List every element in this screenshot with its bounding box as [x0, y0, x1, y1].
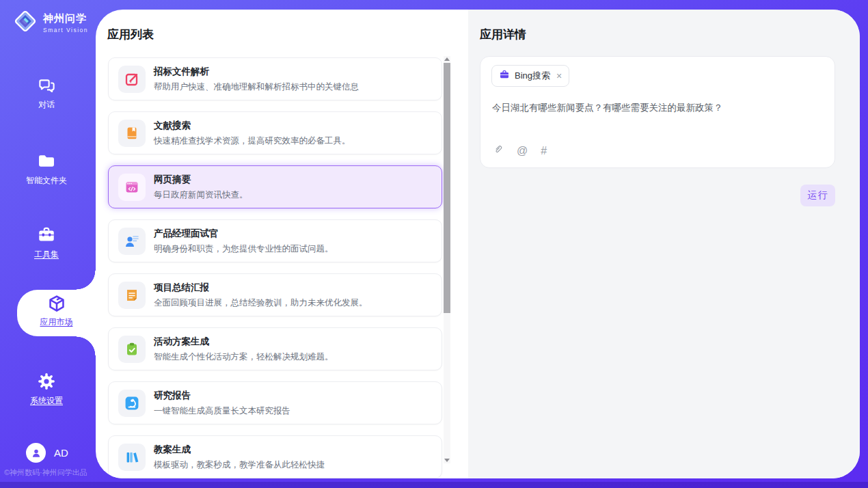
- brand-logo: 神州问学 Smart Vision: [12, 8, 88, 37]
- bottom-strip: [0, 482, 868, 488]
- app-title: 研究报告: [154, 390, 290, 402]
- scroll-down-arrow-icon[interactable]: [444, 459, 450, 462]
- sidebar-item-label: 智能文件夹: [0, 175, 93, 187]
- app-desc: 快速精准查找学术资源，提高研究效率的必备工具。: [154, 135, 351, 147]
- diamond-logo-icon: [12, 8, 38, 37]
- app-card-event-plan[interactable]: 活动方案生成 智能生成个性化活动方案，轻松解决规划难题。: [108, 327, 442, 370]
- main-panel: 应用列表 招标文件解析 帮助用户快速、准确地理解和解析招标书中的关键信息: [96, 10, 860, 478]
- toolbox-icon: [0, 226, 93, 245]
- microscope-icon: [118, 390, 146, 417]
- app-title: 活动方案生成: [154, 336, 334, 348]
- pen-square-icon: [118, 66, 146, 93]
- app-desc: 每日政府新闻资讯快查。: [154, 189, 248, 201]
- app-card-research-report[interactable]: 研究报告 一键智能生成高质量长文本研究报告: [108, 381, 442, 424]
- sidebar: 神州问学 Smart Vision 对话 智能文件夹: [0, 0, 96, 488]
- app-desc: 全面回顾项目进展，总结经验教训，助力未来优化发展。: [154, 297, 368, 309]
- hash-icon[interactable]: #: [541, 145, 547, 157]
- app-list: 招标文件解析 帮助用户快速、准确地理解和解析招标书中的关键信息 文献搜索 快速精…: [108, 57, 442, 478]
- tool-chip-bing-search[interactable]: Bing搜索 ×: [491, 65, 569, 87]
- app-detail-title: 应用详情: [480, 27, 526, 42]
- brand-name: 神州问学: [43, 12, 87, 24]
- run-button[interactable]: 运行: [800, 185, 835, 206]
- sidebar-item-smart-folder[interactable]: 智能文件夹: [0, 152, 93, 187]
- app-card-lesson-plan[interactable]: 教案生成 模板驱动，教案秒成，教学准备从此轻松快捷: [108, 435, 442, 478]
- app-desc: 一键智能生成高质量长文本研究报告: [154, 405, 290, 417]
- scrollbar-thumb[interactable]: [444, 63, 450, 313]
- app-card-web-summary[interactable]: 网页摘要 每日政府新闻资讯快查。: [108, 165, 442, 208]
- sidebar-item-chat[interactable]: 对话: [0, 77, 93, 111]
- briefcase-icon: [499, 69, 510, 83]
- book-icon: [118, 120, 146, 147]
- brand-subtitle: Smart Vision: [43, 27, 88, 33]
- books-icon: [118, 444, 146, 471]
- app-title: 文献搜索: [154, 120, 351, 132]
- user-avatar-icon: [26, 443, 46, 463]
- sidebar-item-toolset[interactable]: 工具集: [0, 226, 93, 260]
- app-list-title: 应用列表: [107, 27, 154, 42]
- user-name: AD: [54, 447, 68, 459]
- sidebar-item-label: 对话: [0, 99, 93, 111]
- app-desc: 帮助用户快速、准确地理解和解析招标书中的关键信息: [154, 81, 359, 93]
- sidebar-item-label: 系统设置: [0, 395, 93, 407]
- app-list-scrollbar[interactable]: [444, 56, 450, 463]
- app-card-bid-document-analysis[interactable]: 招标文件解析 帮助用户快速、准确地理解和解析招标书中的关键信息: [108, 57, 442, 100]
- gear-icon: [0, 372, 93, 391]
- close-icon[interactable]: ×: [556, 71, 562, 81]
- folder-icon: [0, 152, 93, 171]
- app-card-literature-search[interactable]: 文献搜索 快速精准查找学术资源，提高研究效率的必备工具。: [108, 111, 442, 154]
- app-title: 教案生成: [154, 444, 325, 456]
- app-desc: 模板驱动，教案秒成，教学准备从此轻松快捷: [154, 459, 325, 471]
- browser-window-icon: [118, 174, 146, 201]
- app-title: 招标文件解析: [154, 66, 359, 78]
- clipboard-check-icon: [118, 336, 146, 363]
- prompt-card[interactable]: Bing搜索 × 今日湖北有哪些新闻要点？有哪些需要关注的最新政策？ @ #: [480, 56, 835, 168]
- prompt-text[interactable]: 今日湖北有哪些新闻要点？有哪些需要关注的最新政策？: [492, 102, 824, 114]
- interviewer-icon: [118, 228, 146, 255]
- scroll-up-arrow-icon[interactable]: [444, 57, 450, 61]
- cube-icon: [17, 293, 96, 315]
- paperclip-icon[interactable]: [492, 144, 504, 158]
- app-title: 项目总结汇报: [154, 282, 368, 294]
- at-icon[interactable]: @: [517, 145, 528, 157]
- app-title: 产品经理面试官: [154, 228, 334, 240]
- tool-chip-label: Bing搜索: [515, 70, 550, 82]
- app-desc: 明确身份和职责，为您提供专业性的面试问题。: [154, 243, 334, 255]
- copyright-footer: ©神州数码·神州问学出品: [4, 467, 87, 478]
- app-desc: 智能生成个性化活动方案，轻松解决规划难题。: [154, 351, 334, 363]
- memo-icon: [118, 282, 146, 309]
- app-card-pm-interviewer[interactable]: 产品经理面试官 明确身份和职责，为您提供专业性的面试问题。: [108, 219, 442, 262]
- user-account[interactable]: AD: [26, 443, 68, 463]
- app-card-project-summary[interactable]: 项目总结汇报 全面回顾项目进展，总结经验教训，助力未来优化发展。: [108, 273, 442, 316]
- app-detail-pane: 应用详情 Bing搜索 × 今日湖北有哪些新闻要点？有哪些需要关注的最新政策？: [468, 10, 860, 478]
- chat-icon: [0, 77, 93, 95]
- sidebar-item-label: 应用市场: [17, 316, 96, 328]
- sidebar-item-label: 工具集: [0, 249, 93, 260]
- prompt-toolbar: @ #: [492, 144, 547, 158]
- sidebar-item-app-market[interactable]: 应用市场: [17, 290, 96, 336]
- app-title: 网页摘要: [154, 174, 248, 186]
- sidebar-item-settings[interactable]: 系统设置: [0, 372, 93, 407]
